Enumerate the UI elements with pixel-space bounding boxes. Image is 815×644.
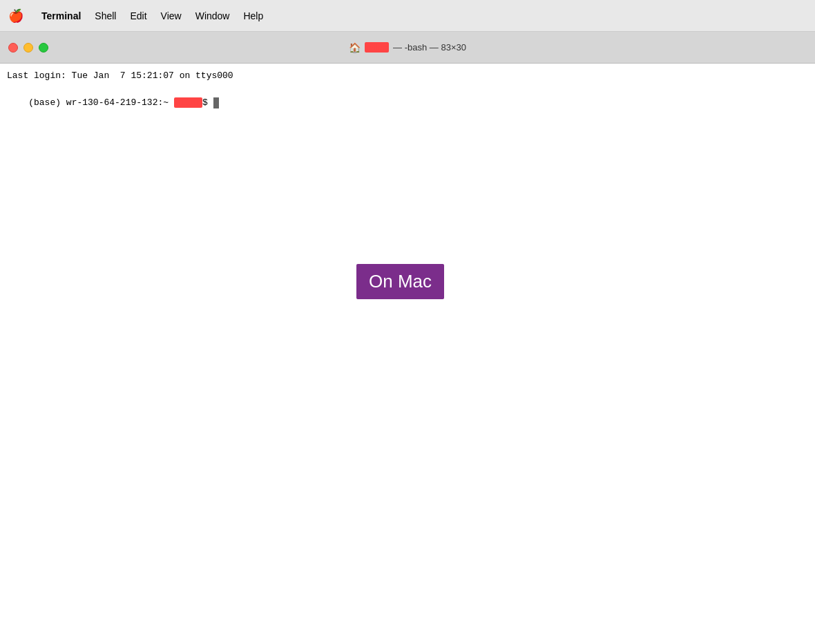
terminal-content[interactable]: Last login: Tue Jan 7 15:21:07 on ttys00…	[0, 64, 815, 644]
menu-view[interactable]: View	[154, 8, 189, 24]
prompt-prefix: (base) wr-130-64-219-132:~	[28, 97, 174, 108]
terminal-prompt-line: (base) wr-130-64-219-132:~ milan$	[7, 83, 808, 124]
prompt-suffix: $	[202, 97, 213, 108]
apple-logo-icon[interactable]: 🍎	[8, 8, 23, 23]
minimize-button[interactable]	[23, 43, 33, 53]
title-bar: 🏠 milan — -bash — 83×30	[0, 32, 815, 64]
menu-edit[interactable]: Edit	[123, 8, 153, 24]
menu-shell[interactable]: Shell	[88, 8, 123, 24]
username-redacted: milan	[365, 42, 389, 53]
maximize-button[interactable]	[39, 43, 48, 53]
title-suffix: — -bash — 83×30	[393, 42, 466, 53]
on-mac-highlight: On Mac	[356, 264, 444, 299]
terminal-cursor	[213, 97, 219, 108]
terminal-line-1: Last login: Tue Jan 7 15:21:07 on ttys00…	[7, 69, 808, 83]
house-icon: 🏠	[349, 42, 361, 53]
menu-window[interactable]: Window	[189, 8, 237, 24]
prompt-username: milan	[174, 97, 202, 108]
window-title: 🏠 milan — -bash — 83×30	[349, 42, 466, 53]
close-button[interactable]	[8, 43, 18, 53]
window-controls	[8, 43, 48, 53]
menu-help[interactable]: Help	[236, 8, 270, 24]
menu-terminal[interactable]: Terminal	[35, 8, 88, 24]
menu-bar: 🍎 Terminal Shell Edit View Window Help	[0, 0, 815, 32]
